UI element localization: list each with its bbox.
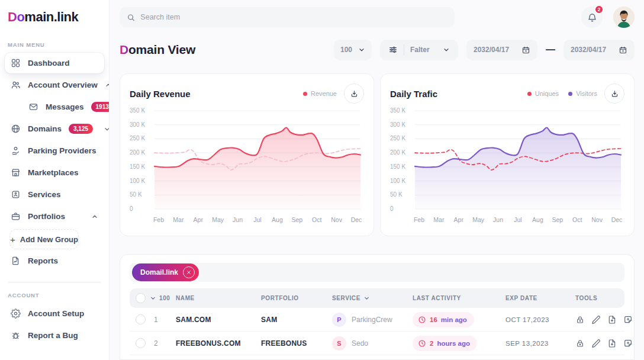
row-checkbox[interactable] xyxy=(136,314,146,324)
series-area-Visitors xyxy=(415,127,621,209)
chart-header: Daily Revenue Revenue xyxy=(130,82,364,105)
exp-date: SEP 13,2023 xyxy=(505,340,575,347)
sidebar-item-label: Messages xyxy=(46,102,84,111)
edit-pencil-icon[interactable] xyxy=(591,339,601,348)
search-icon xyxy=(127,13,135,22)
charts-row: Daily Revenue Revenue 350 K300 K250 K200… xyxy=(120,73,635,236)
date-from-value: 2032/04/17 xyxy=(474,46,509,54)
add-new-group-button[interactable]: + Add New Group xyxy=(9,229,79,249)
main-menu-section-label: MAIN MENU xyxy=(8,41,109,48)
row-number: 2 xyxy=(150,339,176,348)
table-row: 2 FREEBONUS.COM FREEBONUS S Sedo 2 hours… xyxy=(130,332,624,355)
note-plus-icon[interactable] xyxy=(623,315,633,324)
clock-icon xyxy=(418,339,426,348)
download-icon xyxy=(610,89,619,98)
globe-icon xyxy=(11,124,21,134)
sidebar-item-report-a-bug[interactable]: Report a Bug xyxy=(5,325,104,346)
service-initial-badge: P xyxy=(332,313,346,327)
service-name: ParkingCrew xyxy=(352,316,392,324)
service-initial-badge: S xyxy=(332,336,346,351)
sidebar-item-label: Parking Providers xyxy=(28,146,96,155)
domains-count-badge: 3,125 xyxy=(69,124,93,134)
notification-count-badge: 2 xyxy=(594,5,604,14)
filter-chip-label: Domail.link xyxy=(140,268,178,277)
sidebar-item-services[interactable]: Services xyxy=(5,184,104,205)
column-header-count[interactable]: 100 xyxy=(150,295,176,301)
bell-icon xyxy=(587,12,597,22)
file-plus-icon[interactable] xyxy=(607,339,617,348)
column-header-name[interactable]: NAME xyxy=(176,295,261,301)
sidebar-item-account-setup[interactable]: Account Setup xyxy=(5,303,104,324)
row-checkbox[interactable] xyxy=(136,338,146,348)
chevron-down-icon xyxy=(358,46,365,53)
note-plus-icon[interactable] xyxy=(623,339,633,348)
active-filters-bar: Domail.link xyxy=(130,263,624,282)
service-cell: S Sedo xyxy=(332,336,413,351)
column-header-service[interactable]: SERVICE xyxy=(332,295,413,301)
title-rest-part: omain View xyxy=(128,43,195,56)
lock-icon[interactable] xyxy=(575,339,585,348)
sidebar-item-messages[interactable]: Messages 19135 xyxy=(5,97,104,117)
sidebar-item-parking-providers[interactable]: Parking Providers xyxy=(5,140,104,161)
topbar-right: 2 xyxy=(581,7,635,28)
chevron-up-icon[interactable] xyxy=(105,82,110,89)
remove-filter-icon[interactable] xyxy=(183,266,195,278)
lock-icon[interactable] xyxy=(575,315,585,324)
page-size-select[interactable]: 100 xyxy=(334,40,372,60)
file-plus-icon[interactable] xyxy=(607,315,617,324)
logo-gradient-part: Do xyxy=(8,9,24,24)
column-header-portfolio[interactable]: PORTFOLIO xyxy=(261,295,332,301)
clock-icon xyxy=(418,316,426,324)
download-chart-button[interactable] xyxy=(604,83,624,104)
chart-body: 350 K300 K250 K200 K150 K100 K50 K0FebMa… xyxy=(390,106,624,228)
filter-label: Falter xyxy=(410,46,437,54)
chart-legend: Revenue xyxy=(303,90,337,97)
user-avatar[interactable] xyxy=(613,7,635,28)
app: Domain.link MAIN MENU Dashboard Account … xyxy=(0,0,644,360)
download-chart-button[interactable] xyxy=(344,83,364,104)
sidebar-item-portfolios[interactable]: Portfolios xyxy=(5,206,104,227)
grid-icon xyxy=(11,58,21,68)
search-bar xyxy=(120,7,455,27)
chevron-down-icon xyxy=(443,46,450,53)
sidebar-item-account-overview[interactable]: Account Overview xyxy=(5,75,104,95)
edit-pencil-icon[interactable] xyxy=(591,315,601,324)
sidebar-item-label: Report a Bug xyxy=(28,331,78,340)
column-header-tools[interactable]: TOOLS xyxy=(575,295,622,301)
sidebar-item-marketplaces[interactable]: Marketplaces xyxy=(5,162,104,183)
avatar-illustration xyxy=(613,7,635,28)
chart-legend: UniquesVisitors xyxy=(527,90,597,97)
date-range-separator: — xyxy=(546,44,555,55)
legend-item: Uniques xyxy=(527,90,559,97)
date-to-picker[interactable]: 2032/04/17 xyxy=(564,40,635,60)
chart-svg xyxy=(130,106,364,228)
download-icon xyxy=(350,89,359,98)
sidebar: Domain.link MAIN MENU Dashboard Account … xyxy=(0,0,110,360)
chart-svg xyxy=(390,106,624,228)
search-input[interactable] xyxy=(140,13,447,21)
chevron-up-icon[interactable] xyxy=(91,213,98,220)
chart-body: 350 K300 K250 K200 K150 K100 K50 K0FebMa… xyxy=(130,106,364,228)
notifications-button[interactable]: 2 xyxy=(581,7,603,28)
last-activity-cell: 2 hours ago xyxy=(413,336,505,351)
column-header-exp-date[interactable]: EXP DATE xyxy=(505,295,575,301)
title-gradient-part: D xyxy=(120,43,128,56)
filter-chip-domail-link[interactable]: Domail.link xyxy=(132,263,199,281)
sidebar-item-dashboard[interactable]: Dashboard xyxy=(5,53,104,73)
sidebar-item-label: Portfolios xyxy=(28,212,65,221)
select-all-checkbox[interactable] xyxy=(136,293,146,303)
chart-title: Daily Trafic xyxy=(390,89,437,99)
chevron-down-icon xyxy=(363,295,370,301)
sidebar-item-domains[interactable]: Domains 3,125 xyxy=(5,118,104,139)
badge-tag-icon xyxy=(11,189,21,200)
sidebar-item-reports[interactable]: Reports xyxy=(5,250,104,271)
daily-revenue-chart-card: Daily Revenue Revenue 350 K300 K250 K200… xyxy=(120,73,374,236)
account-section-label: ACCOUNT xyxy=(8,292,109,298)
filter-dropdown[interactable]: Falter xyxy=(380,40,458,60)
last-activity-pill: 2 hours ago xyxy=(413,336,477,351)
date-from-picker[interactable]: 2032/04/17 xyxy=(466,40,537,60)
chevron-down-icon[interactable] xyxy=(104,126,110,133)
domain-name: SAM.COM xyxy=(176,316,261,324)
legend-dot-icon xyxy=(527,92,532,96)
column-header-last-activity[interactable]: LAST ACTIVITY xyxy=(413,295,505,301)
